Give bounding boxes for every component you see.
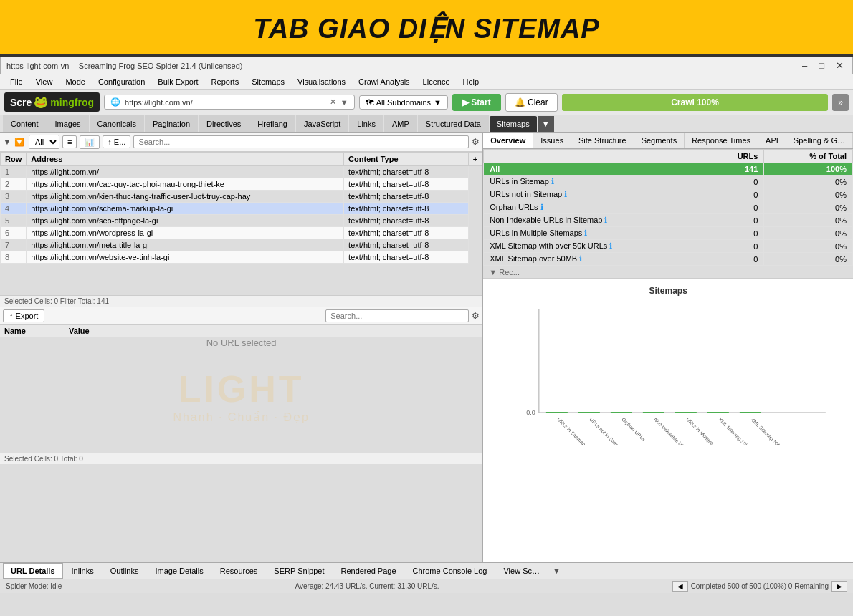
- tab-images[interactable]: Images: [47, 115, 89, 132]
- url-clear-icon[interactable]: ✕: [330, 97, 336, 107]
- start-button[interactable]: ▶ Start: [452, 94, 501, 111]
- row-address[interactable]: https://light.com.vn/kien-thuc-tang-traf…: [27, 191, 344, 203]
- tab-pagination[interactable]: Pagination: [145, 115, 198, 132]
- row-address[interactable]: https://light.com.vn/schema-markup-la-gi: [27, 203, 344, 215]
- right-tab-spelling[interactable]: Spelling & G…: [786, 133, 853, 148]
- right-table-row[interactable]: URLs in Multiple Sitemaps ℹ 0 0%: [484, 227, 853, 240]
- menu-reports[interactable]: Reports: [206, 76, 245, 87]
- info-icon[interactable]: ℹ: [540, 203, 543, 211]
- url-text[interactable]: https://light.com.vn/: [125, 98, 325, 107]
- row-address[interactable]: https://light.com.vn/seo-offpage-la-gi: [27, 215, 344, 227]
- menu-file[interactable]: File: [4, 76, 29, 87]
- table-row[interactable]: 1 https://light.com.vn/ text/html; chars…: [1, 166, 482, 178]
- table-row[interactable]: 7 https://light.com.vn/meta-title-la-gi …: [1, 239, 482, 251]
- clear-button[interactable]: 🔔 Clear: [505, 93, 558, 112]
- row-address[interactable]: https://light.com.vn/cac-quy-tac-phoi-ma…: [27, 178, 344, 191]
- right-table-row[interactable]: XML Sitemap with over 50k URLs ℹ 0 0%: [484, 240, 853, 253]
- filter-select[interactable]: All: [29, 135, 59, 149]
- bottom-tab-rendered-page[interactable]: Rendered Page: [333, 563, 404, 579]
- maximize-btn[interactable]: □: [816, 60, 827, 71]
- chart-view-btn[interactable]: 📊: [80, 135, 100, 149]
- menu-visualisations[interactable]: Visualisations: [292, 76, 351, 87]
- detail-search-input[interactable]: [325, 309, 469, 322]
- menu-configuration[interactable]: Configuration: [92, 76, 151, 87]
- right-table-row[interactable]: URLs in Sitemap ℹ 0 0%: [484, 175, 853, 188]
- export-small-btn[interactable]: ↑ E...: [103, 135, 130, 148]
- menu-help[interactable]: Help: [457, 76, 485, 87]
- col-expand[interactable]: +: [468, 153, 482, 166]
- bottom-tab-view-sc[interactable]: View Sc…: [495, 563, 548, 579]
- table-row[interactable]: 8 https://light.com.vn/website-ve-tinh-l…: [1, 251, 482, 264]
- tab-content[interactable]: Content: [3, 115, 47, 132]
- info-icon[interactable]: ℹ: [564, 190, 567, 198]
- nav-next-btn[interactable]: ▶: [831, 581, 847, 592]
- tab-sitemaps[interactable]: Sitemaps: [490, 116, 537, 132]
- tab-hreflang[interactable]: Hreflang: [249, 115, 295, 132]
- bottom-tab-url-details[interactable]: URL Details: [3, 563, 63, 579]
- list-view-btn[interactable]: ≡: [62, 135, 77, 148]
- bottom-tab-resources[interactable]: Resources: [212, 563, 266, 579]
- row-address[interactable]: https://light.com.vn/website-ve-tinh-la-…: [27, 251, 344, 264]
- right-table-row[interactable]: Orphan URLs ℹ 0 0%: [484, 201, 853, 214]
- tab-dropdown[interactable]: ▼: [538, 116, 554, 132]
- menu-sitemaps[interactable]: Sitemaps: [246, 76, 290, 87]
- right-row-urls: 0: [705, 240, 764, 253]
- info-icon[interactable]: ℹ: [551, 177, 554, 186]
- svg-rect-9: [740, 412, 761, 413]
- spider-mode: Spider Mode: Idle: [6, 582, 62, 590]
- menu-crawl-analysis[interactable]: Crawl Analysis: [353, 76, 416, 87]
- right-tab-response-times[interactable]: Response Times: [685, 133, 758, 148]
- tab-links[interactable]: Links: [349, 115, 383, 132]
- export-button[interactable]: ↑ Export: [3, 309, 44, 322]
- close-btn[interactable]: ✕: [833, 60, 847, 71]
- bottom-tab-outlinks[interactable]: Outlinks: [103, 563, 147, 579]
- bottom-tab-serp-snippet[interactable]: SERP Snippet: [266, 563, 332, 579]
- tab-javascript[interactable]: JavaScript: [296, 115, 348, 132]
- info-icon[interactable]: ℹ: [609, 241, 612, 250]
- table-row[interactable]: 5 https://light.com.vn/seo-offpage-la-gi…: [1, 215, 482, 227]
- row-address[interactable]: https://light.com.vn/: [27, 166, 344, 178]
- search-input[interactable]: [133, 135, 469, 148]
- table-row[interactable]: 6 https://light.com.vn/wordpress-la-gi t…: [1, 227, 482, 239]
- minimize-btn[interactable]: –: [799, 60, 810, 71]
- table-row[interactable]: 2 https://light.com.vn/cac-quy-tac-phoi-…: [1, 178, 482, 191]
- url-dropdown-icon[interactable]: ▼: [340, 98, 348, 107]
- info-icon[interactable]: ℹ: [584, 228, 587, 237]
- right-tab-site-structure[interactable]: Site Structure: [571, 133, 634, 148]
- row-address[interactable]: https://light.com.vn/wordpress-la-gi: [27, 227, 344, 239]
- right-table-row[interactable]: Non-Indexable URLs in Sitemap ℹ 0 0%: [484, 214, 853, 227]
- bottom-tab-dropdown[interactable]: ▼: [548, 564, 565, 578]
- table-row[interactable]: 3 https://light.com.vn/kien-thuc-tang-tr…: [1, 191, 482, 203]
- nav-prev-btn[interactable]: ◀: [672, 581, 688, 592]
- right-table-row[interactable]: All 141 100%: [484, 163, 853, 175]
- right-tab-api[interactable]: API: [758, 133, 786, 148]
- bottom-tab-inlinks[interactable]: Inlinks: [64, 563, 102, 579]
- bottom-tab-chrome-console[interactable]: Chrome Console Log: [405, 563, 495, 579]
- right-table-row[interactable]: URLs not in Sitemap ℹ 0 0%: [484, 188, 853, 201]
- menu-licence[interactable]: Licence: [417, 76, 456, 87]
- info-icon[interactable]: ℹ: [579, 254, 582, 263]
- right-tab-overview[interactable]: Overview: [483, 133, 533, 148]
- row-address[interactable]: https://light.com.vn/meta-title-la-gi: [27, 239, 344, 251]
- subdomain-selector[interactable]: 🗺 All Subdomains ▼: [359, 95, 448, 110]
- right-tab-segments[interactable]: Segments: [634, 133, 685, 148]
- tab-canonicals[interactable]: Canonicals: [90, 115, 144, 132]
- menu-mode[interactable]: Mode: [59, 76, 91, 87]
- more-button[interactable]: »: [832, 94, 849, 111]
- settings-icon[interactable]: ⚙: [472, 137, 480, 147]
- tab-structured-data[interactable]: Structured Data: [418, 115, 489, 132]
- window-title: https-light-com-vn- - Screaming Frog SEO…: [6, 62, 243, 70]
- tab-amp[interactable]: AMP: [384, 115, 417, 132]
- right-tab-issues[interactable]: Issues: [533, 133, 571, 148]
- menu-bulk-export[interactable]: Bulk Export: [152, 76, 204, 87]
- tab-directives[interactable]: Directives: [199, 115, 249, 132]
- table-row[interactable]: 4 https://light.com.vn/schema-markup-la-…: [1, 203, 482, 215]
- more-row[interactable]: ▼ Rec...: [483, 266, 853, 279]
- row-content-type: text/html; charset=utf-8: [344, 166, 469, 178]
- detail-settings-icon[interactable]: ⚙: [472, 311, 480, 321]
- menu-view[interactable]: View: [30, 76, 59, 87]
- bottom-tab-image-details[interactable]: Image Details: [147, 563, 211, 579]
- crawl-progress: Crawl 100%: [562, 94, 829, 111]
- info-icon[interactable]: ℹ: [604, 216, 607, 224]
- right-table-row[interactable]: XML Sitemap over 50MB ℹ 0 0%: [484, 253, 853, 266]
